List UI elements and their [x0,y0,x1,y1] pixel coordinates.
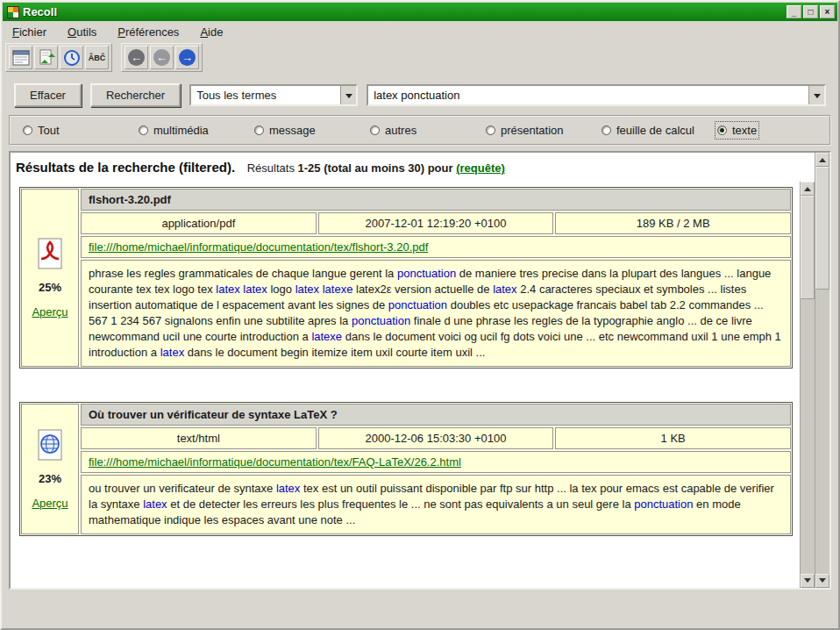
search-input[interactable] [368,89,808,102]
term-explorer-icon: ÂBĈ [89,54,106,62]
filter-label: autres [385,124,416,137]
result-meta-row: text/html 2000-12-06 15:03:30 +0100 1 KB [81,427,791,449]
outer-scrollbar[interactable] [815,153,829,588]
result-title: Où trouver un vérificateur de syntaxe La… [81,404,791,426]
results-title: Résultats de la recherche (filtered). [16,160,235,175]
document-history-button[interactable] [60,46,83,69]
filter-label: Tout [38,124,60,137]
search-mode-select[interactable]: Tous les termes [189,84,358,106]
filter-bar: Toutmultimédiamessageautresprésentationf… [9,115,831,146]
search-query-combo[interactable] [367,84,826,106]
chevron-down-icon[interactable] [340,86,356,104]
menu-preferences[interactable]: Préférences [117,25,179,39]
radio-icon [602,125,611,135]
result-details: Où trouver un vérificateur de syntaxe La… [81,404,791,534]
maximize-button[interactable]: □ [803,5,818,18]
toolbar: ÂBĈ ← ← → [2,41,838,75]
results-list: 25% Aperçu flshort-3.20.pdf application/… [11,182,800,588]
term-explorer-button[interactable]: ÂBĈ [85,46,109,69]
result-snippet: ou trouver un verificateur de syntaxe la… [81,475,791,534]
sort-parameters-icon [38,49,55,67]
pdf-icon [36,238,64,269]
result-meta-row: application/pdf 2007-12-01 12:19:20 +010… [81,212,791,234]
scroll-down-icon[interactable] [815,574,829,588]
menu-aide[interactable]: Aide [200,25,223,39]
results-summary: Résultats 1-25 (total au moins 30) pour … [247,161,505,175]
highlighted-term: latex latex [216,283,267,296]
result-url-link[interactable]: file:///home/michael/informatique/docume… [89,240,428,254]
result-side-panel: 23% Aperçu [21,404,79,534]
preview-link[interactable]: Aperçu [32,305,68,319]
advanced-search-icon [12,50,30,66]
snippet-text: latex2ε version actuelle de [352,283,493,296]
advanced-search-button[interactable] [9,46,32,69]
clear-button[interactable]: Effacer [14,83,82,107]
close-button[interactable]: × [820,5,835,18]
filter-radio-0[interactable]: Tout [23,124,139,137]
scroll-up-icon[interactable] [801,182,815,196]
relevance-percent: 23% [39,472,61,485]
results-body: 25% Aperçu flshort-3.20.pdf application/… [11,182,815,588]
highlighted-term: latexe [311,330,342,343]
scrollbar-thumb[interactable] [815,167,829,290]
filter-label: présentation [501,124,564,137]
results-main: Résultats de la recherche (filtered). Ré… [11,153,815,588]
radio-icon [139,125,148,135]
scroll-down-icon[interactable] [801,574,815,588]
preview-link[interactable]: Aperçu [32,497,68,510]
inner-scrollbar[interactable] [800,182,815,588]
recoll-window: Recoll _ □ × Fichier Outils Préférences … [0,0,840,630]
result-size: 189 KB / 2 MB [555,212,791,234]
radio-icon [717,125,727,135]
snippet-text: ou trouver un verificateur de syntaxe [89,482,276,495]
filter-radio-5[interactable]: feuille de calcul [602,124,717,137]
scrollbar-thumb[interactable] [801,196,815,299]
menubar: Fichier Outils Préférences Aide [2,22,838,41]
filter-label: texte [732,124,757,137]
result-entry: 23% Aperçu Où trouver un vérificateur de… [19,402,793,536]
menu-fichier[interactable]: Fichier [12,25,46,39]
minimize-button[interactable]: _ [787,5,801,18]
sort-parameters-button[interactable] [34,46,58,69]
results-summary-prefix: Résultats [247,161,295,175]
radio-icon [23,125,32,135]
results-header: Résultats de la recherche (filtered). Ré… [11,153,815,182]
result-mime: text/html [81,427,317,449]
status-strip [2,590,838,628]
document-history-icon [63,49,81,67]
result-url-row: file:///home/michael/informatique/docume… [81,451,791,473]
result-side-panel: 25% Aperçu [21,189,79,367]
first-page-icon: ← [128,49,145,66]
next-page-button[interactable]: → [175,46,199,69]
highlighted-term: latex [276,482,300,495]
filter-radio-2[interactable]: message [254,124,370,137]
filter-radio-4[interactable]: présentation [486,124,602,137]
snippet-text: logo [267,283,295,296]
app-icon [7,6,19,18]
menu-outils[interactable]: Outils [68,25,96,39]
radio-icon [254,125,264,135]
highlighted-term: ponctuation [397,267,456,280]
result-url-link[interactable]: file:///home/michael/informatique/docume… [89,455,461,469]
highlighted-term: ponctuation [352,314,410,327]
scroll-up-icon[interactable] [815,153,829,167]
result-title: flshort-3.20.pdf [81,189,791,211]
filter-radio-3[interactable]: autres [370,124,486,137]
chevron-down-icon[interactable] [808,86,824,104]
result-date: 2000-12-06 15:03:30 +0100 [318,427,554,449]
result-details: flshort-3.20.pdf application/pdf 2007-12… [81,189,791,367]
snippet-text: phrase les regles grammaticales de chaqu… [89,267,397,280]
highlighted-term: ponctuation [388,298,447,311]
first-page-button[interactable]: ← [125,46,148,69]
result-size: 1 KB [555,427,791,449]
filter-radio-1[interactable]: multimédia [139,124,254,137]
filter-label: message [269,124,316,137]
query-link[interactable]: (requête) [456,161,505,175]
search-button[interactable]: Rechercher [90,83,181,107]
filter-radio-6[interactable]: texte [717,124,757,137]
result-url-row: file:///home/michael/informatique/docume… [81,236,791,258]
result-date: 2007-12-01 12:19:20 +0100 [318,212,554,234]
titlebar[interactable]: Recoll _ □ × [3,3,837,21]
highlighted-term: latex [143,498,167,511]
previous-page-button[interactable]: ← [150,46,174,69]
